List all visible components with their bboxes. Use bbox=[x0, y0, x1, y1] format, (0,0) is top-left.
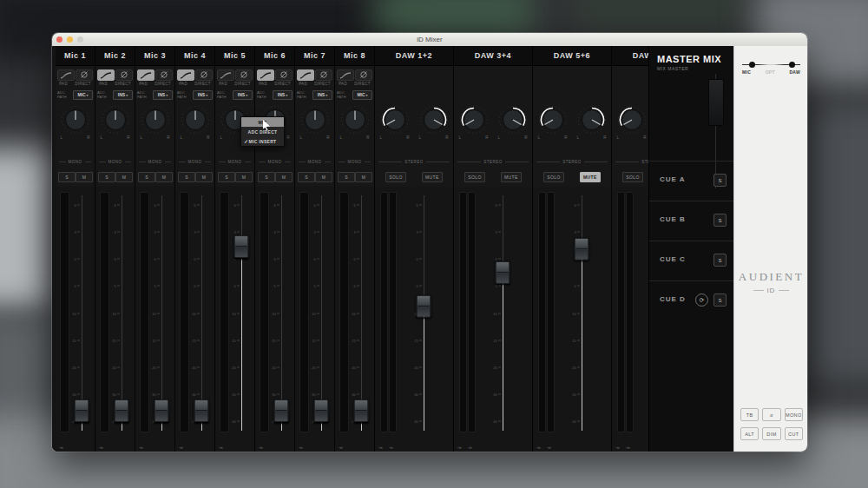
hpf-button[interactable] bbox=[57, 69, 75, 81]
pan-knob[interactable]: LR bbox=[139, 105, 172, 140]
fader-track[interactable]: 63051015203040 bbox=[82, 195, 82, 431]
pan-knob[interactable]: LR bbox=[99, 105, 132, 140]
fader-track[interactable]: 63051015203040 bbox=[281, 195, 282, 431]
hpf-button[interactable] bbox=[217, 69, 234, 81]
mute-button[interactable]: MUTE bbox=[580, 172, 601, 182]
fader-cap[interactable] bbox=[115, 399, 129, 422]
adc-path-menu-item[interactable]: ADC DIRECT bbox=[241, 127, 284, 136]
fader-cap[interactable] bbox=[314, 399, 329, 422]
cue-link-icon[interactable]: ⟳ bbox=[695, 293, 708, 307]
fader-cap[interactable] bbox=[354, 399, 369, 422]
solo-button[interactable]: S bbox=[338, 172, 355, 182]
mute-button[interactable]: M bbox=[235, 172, 253, 182]
fader-cap[interactable] bbox=[194, 399, 209, 422]
pan-knob[interactable]: LR bbox=[179, 105, 212, 140]
solo-button[interactable]: SOLO bbox=[385, 172, 406, 182]
fader-cap[interactable] bbox=[155, 399, 169, 422]
hpf-button[interactable] bbox=[177, 69, 194, 81]
cue-solo-button[interactable]: S bbox=[713, 293, 727, 307]
source-slider-knob-left[interactable] bbox=[749, 62, 755, 68]
solo-button[interactable]: SOLO bbox=[543, 172, 564, 182]
phase-button[interactable] bbox=[195, 69, 213, 81]
hpf-button[interactable] bbox=[137, 69, 155, 81]
dim-button[interactable]: DIM bbox=[762, 427, 780, 440]
mute-button[interactable]: MUTE bbox=[501, 172, 522, 182]
hpf-button[interactable] bbox=[297, 69, 314, 81]
hpf-button[interactable] bbox=[97, 69, 115, 81]
source-slider-knob-right[interactable] bbox=[789, 62, 795, 68]
phase-monitor-button[interactable]: ⌀ bbox=[762, 408, 780, 421]
pan-knob-left[interactable]: LR bbox=[615, 105, 648, 140]
phase-button[interactable] bbox=[235, 69, 253, 81]
pan-knob-right[interactable]: LR bbox=[575, 105, 608, 140]
phase-button[interactable] bbox=[355, 69, 372, 81]
fader-track[interactable]: 63051015203040 bbox=[582, 195, 582, 431]
fader-track[interactable]: 63051015203040 bbox=[241, 195, 242, 431]
adc-path-menu-item[interactable]: ✓MIC INSERT bbox=[241, 136, 284, 146]
pan-knob-right[interactable]: LR bbox=[418, 105, 450, 140]
fader-track[interactable]: 63051015203040 bbox=[201, 195, 202, 431]
adc-path-dropdown[interactable]: MIC▾ bbox=[73, 90, 93, 100]
pan-knob-left[interactable]: LR bbox=[457, 105, 490, 140]
fader-cap[interactable] bbox=[496, 261, 510, 284]
cue-solo-button[interactable]: S bbox=[713, 254, 727, 267]
fader-track[interactable]: 63051015203040 bbox=[361, 195, 362, 431]
window-titlebar[interactable]: iD Mixer bbox=[52, 33, 807, 47]
adc-path-dropdown[interactable]: INS▾ bbox=[233, 90, 253, 100]
mute-button[interactable]: M bbox=[275, 172, 293, 182]
solo-button[interactable]: S bbox=[298, 172, 315, 182]
fader-cap[interactable] bbox=[274, 399, 289, 422]
mute-button[interactable]: M bbox=[355, 172, 372, 182]
adc-path-dropdown[interactable]: INS▾ bbox=[273, 90, 293, 100]
fader-track[interactable]: 63051015203040 bbox=[122, 195, 122, 431]
pan-knob[interactable]: LR bbox=[299, 105, 332, 140]
mute-button[interactable]: M bbox=[315, 172, 332, 182]
cue-solo-button[interactable]: S bbox=[713, 214, 727, 227]
solo-button[interactable]: SOLO bbox=[464, 172, 485, 182]
adc-path-dropdown[interactable]: INS▾ bbox=[312, 90, 332, 100]
mute-button[interactable]: M bbox=[195, 172, 213, 182]
fader-track[interactable]: 63051015203040 bbox=[424, 195, 424, 431]
fader-cap[interactable] bbox=[417, 295, 431, 318]
solo-button[interactable]: S bbox=[218, 172, 235, 182]
fader-cap[interactable] bbox=[234, 236, 249, 259]
adc-path-menu-item[interactable]: MIC bbox=[241, 117, 284, 127]
hpf-button[interactable] bbox=[337, 69, 354, 81]
fader-cap[interactable] bbox=[75, 399, 89, 422]
solo-button[interactable]: SOLO bbox=[622, 172, 643, 182]
phase-button[interactable] bbox=[76, 69, 93, 81]
adc-path-dropdown[interactable]: INS▾ bbox=[113, 90, 133, 100]
adc-path-dropdown[interactable]: INS▾ bbox=[193, 90, 213, 100]
pan-knob-left[interactable]: LR bbox=[378, 105, 411, 140]
master-fader-cap[interactable] bbox=[708, 79, 724, 126]
solo-button[interactable]: S bbox=[258, 172, 275, 182]
mute-button[interactable]: MUTE bbox=[422, 172, 443, 182]
phase-button[interactable] bbox=[115, 69, 133, 81]
solo-button[interactable]: S bbox=[58, 172, 76, 182]
phase-button[interactable] bbox=[275, 69, 293, 81]
solo-button[interactable]: S bbox=[98, 172, 115, 182]
fader-track[interactable]: 63051015203040 bbox=[321, 195, 322, 431]
adc-path-dropdown[interactable]: INS▾ bbox=[153, 90, 173, 100]
fader-track[interactable]: 63051015203040 bbox=[161, 195, 162, 431]
alt-speaker-button[interactable]: ALT bbox=[740, 427, 759, 440]
hpf-button[interactable] bbox=[257, 69, 274, 81]
pan-knob-left[interactable]: LR bbox=[536, 105, 569, 140]
talkback-button[interactable]: TB bbox=[740, 408, 759, 421]
mute-button[interactable]: M bbox=[155, 172, 173, 182]
mono-button[interactable]: MONO bbox=[785, 408, 803, 421]
cue-solo-button[interactable]: S bbox=[713, 174, 727, 187]
solo-button[interactable]: S bbox=[138, 172, 155, 182]
pan-knob[interactable]: LR bbox=[59, 105, 92, 140]
fader-cap[interactable] bbox=[575, 238, 589, 260]
solo-button[interactable]: S bbox=[178, 172, 195, 182]
meter-source-selector[interactable]: MICOPTDAW bbox=[740, 58, 802, 77]
fader-track[interactable]: 63051015203040 bbox=[503, 195, 503, 431]
pan-knob[interactable]: LR bbox=[339, 105, 372, 140]
mute-button[interactable]: M bbox=[115, 172, 133, 182]
adc-path-dropdown[interactable]: MIC▾ bbox=[352, 90, 372, 100]
pan-knob-right[interactable]: LR bbox=[496, 105, 529, 140]
phase-button[interactable] bbox=[155, 69, 173, 81]
mute-button[interactable]: M bbox=[76, 172, 93, 182]
phase-button[interactable] bbox=[315, 69, 332, 81]
